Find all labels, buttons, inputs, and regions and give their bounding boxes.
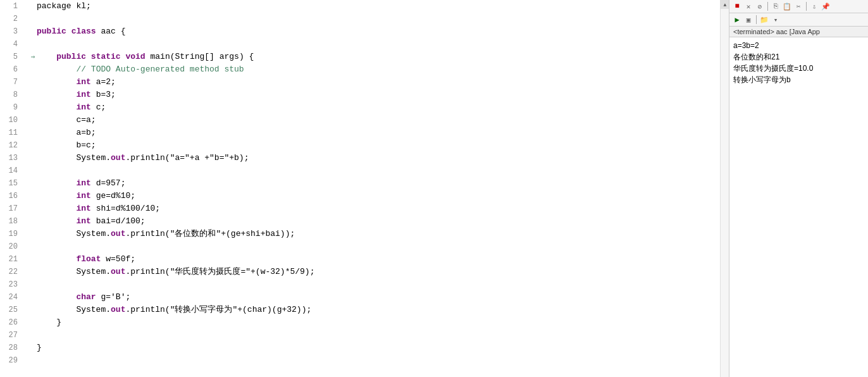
paste-icon[interactable]: 📋 — [782, 1, 792, 11]
code-line: } — [29, 342, 729, 354]
line-indicator — [29, 13, 37, 25]
code-token: public — [56, 51, 86, 63]
line-indicator — [29, 127, 37, 139]
line-indicator — [29, 76, 37, 89]
line-number: 7 — [3, 76, 18, 89]
code-line: float w=50f; — [29, 253, 729, 266]
code-token: ge=d%10; — [91, 190, 135, 202]
cut-icon[interactable]: ✂ — [793, 1, 803, 11]
line-number: 14 — [3, 164, 18, 177]
code-token — [37, 177, 76, 190]
close-icon[interactable]: ✕ — [743, 1, 753, 11]
code-line: int a=2; — [29, 76, 729, 89]
line-indicator — [29, 291, 37, 304]
line-indicator — [29, 89, 37, 101]
code-line — [29, 38, 729, 51]
console-second-toolbar: ▶ ▣ 📁 ▾ — [729, 13, 868, 27]
code-line: b=c; — [29, 139, 729, 152]
code-line: public class aac { — [29, 25, 729, 38]
line-indicator — [29, 63, 37, 76]
line-indicator — [29, 38, 37, 51]
code-token: .println("各位数的和"+(ge+shi+bai)); — [125, 228, 295, 240]
code-token: int — [76, 202, 90, 215]
console-output: a=3b=2各位数的和21华氏度转为摄氏度=10.0转换小写字母为b — [729, 37, 868, 377]
pin-icon[interactable]: 📌 — [821, 1, 831, 11]
code-line — [29, 240, 729, 253]
code-token: aac { — [96, 25, 126, 38]
code-token — [121, 51, 126, 63]
code-token: System. — [37, 228, 111, 240]
code-token — [37, 76, 76, 89]
scroll-up-arrow[interactable]: ▲ — [721, 0, 729, 9]
line-indicator — [29, 152, 37, 164]
code-line: int b=3; — [29, 89, 729, 101]
line-indicator — [29, 316, 37, 329]
code-line: a=b; — [29, 127, 729, 139]
code-token: float — [76, 253, 101, 266]
code-token: a=b; — [37, 127, 96, 139]
dropdown-icon[interactable]: ▾ — [771, 15, 781, 25]
code-token: System. — [37, 266, 111, 278]
code-token — [37, 63, 76, 76]
line-indicator — [29, 354, 37, 367]
line-indicator — [29, 215, 37, 228]
code-token: out — [111, 228, 125, 240]
code-token: b=c; — [37, 139, 96, 152]
line-number: 12 — [3, 139, 18, 152]
code-line — [29, 164, 729, 177]
line-number: 13 — [3, 152, 18, 164]
line-number: 23 — [3, 278, 18, 291]
separator-2 — [806, 2, 807, 11]
code-line: package kl; — [29, 0, 729, 13]
code-token — [37, 215, 76, 228]
code-token: c; — [91, 101, 106, 114]
line-indicator — [29, 190, 37, 202]
line-number: 5 — [3, 51, 18, 63]
line-number: 6 — [3, 63, 18, 76]
code-token: out — [111, 152, 125, 164]
code-token: class — [71, 25, 96, 38]
copy-icon[interactable]: ⎘ — [771, 1, 781, 11]
line-number: 16 — [3, 190, 18, 202]
line-number: 22 — [3, 266, 18, 278]
line-number: 10 — [3, 114, 18, 127]
line-number: 26 — [3, 316, 18, 329]
scroll-lock-icon[interactable]: ⇩ — [809, 1, 819, 11]
layout-icon[interactable]: ▣ — [743, 15, 753, 25]
folder-icon[interactable]: 📁 — [759, 15, 769, 25]
run-icon[interactable]: ▶ — [732, 15, 742, 25]
line-number: 27 — [3, 329, 18, 342]
stop-icon[interactable]: ■ — [732, 1, 742, 11]
code-token — [37, 190, 76, 202]
code-line: int c; — [29, 101, 729, 114]
code-token: char — [76, 291, 96, 304]
code-line: } — [29, 316, 729, 329]
console-toolbar: ■ ✕ ⊘ ⎘ 📋 ✂ ⇩ 📌 — [729, 0, 868, 13]
code-token — [86, 51, 91, 63]
code-token: int — [76, 101, 90, 114]
line-number: 24 — [3, 291, 18, 304]
code-area[interactable]: package kl; public class aac { ⇒ public … — [23, 0, 729, 377]
line-number: 17 — [3, 202, 18, 215]
line-indicator — [29, 164, 37, 177]
code-token: c=a; — [37, 114, 96, 127]
code-token — [37, 202, 76, 215]
line-number: 2 — [3, 13, 18, 25]
code-line: System.out.println("华氏度转为摄氏度="+(w-32)*5/… — [29, 266, 729, 278]
code-token: } — [37, 316, 61, 329]
code-line: int shi=d%100/10; — [29, 202, 729, 215]
line-number: 3 — [3, 25, 18, 38]
code-token: package kl; — [37, 0, 91, 13]
line-number: 20 — [3, 240, 18, 253]
code-line — [29, 278, 729, 291]
code-line: char g='B'; — [29, 291, 729, 304]
editor-scrollbar[interactable]: ▲ — [720, 0, 729, 377]
code-token: b=3; — [91, 89, 116, 101]
code-line: ⇒ public static void main(String[] args)… — [29, 51, 729, 63]
line-indicator — [29, 202, 37, 215]
code-token: int — [76, 215, 90, 228]
code-line: System.out.println("a="+a +"b="+b); — [29, 152, 729, 164]
code-token: out — [111, 304, 125, 316]
disconnect-icon[interactable]: ⊘ — [755, 1, 765, 11]
line-number: 19 — [3, 228, 18, 240]
